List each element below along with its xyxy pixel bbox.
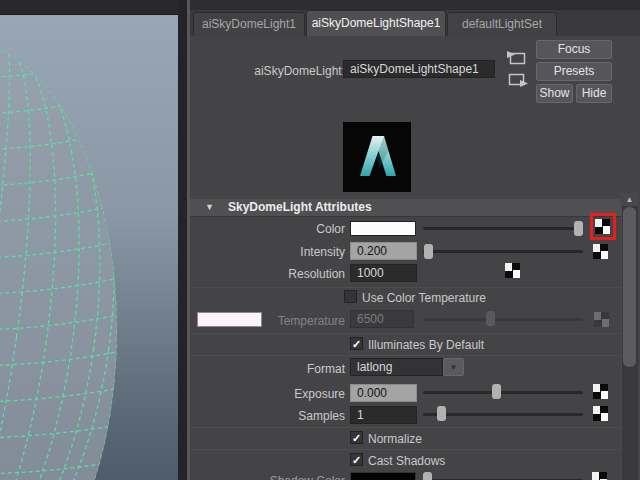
intensity-texture-map-button[interactable] [593, 244, 608, 259]
shadow-color-swatch[interactable] [350, 472, 416, 480]
panel-splitter[interactable] [178, 0, 190, 480]
resolution-label: Resolution [195, 267, 345, 281]
divider [190, 287, 622, 288]
temperature-label: Temperature [195, 314, 345, 328]
section-title: SkyDomeLight Attributes [228, 200, 372, 214]
exposure-texture-map-button[interactable] [593, 384, 608, 399]
copy-tab-button[interactable] [506, 71, 528, 90]
tab-defaultlightset[interactable]: defaultLightSet [447, 12, 557, 36]
samples-input[interactable]: 1 [350, 406, 417, 424]
presets-button[interactable]: Presets [536, 62, 612, 81]
divider [190, 333, 622, 334]
arnold-logo-icon [343, 122, 411, 192]
viewport-top-bar [0, 0, 178, 15]
color-slider-handle[interactable] [574, 221, 583, 236]
temperature-slider [423, 318, 583, 321]
tab-aiskydomelight1[interactable]: aiSkyDomeLight1 [193, 12, 305, 36]
chevron-down-icon: ▼ [450, 363, 458, 372]
exposure-input[interactable]: 0.000 [350, 384, 417, 402]
collapse-triangle-icon[interactable]: ▼ [205, 202, 214, 212]
resolution-input[interactable]: 1000 [350, 264, 417, 282]
section-skydomelight-attributes[interactable]: ▼ SkyDomeLight Attributes [190, 199, 622, 217]
shadow-color-label: Shadow Color [195, 474, 345, 480]
color-swatch[interactable] [350, 221, 416, 236]
annotation-highlight-rectangle [590, 213, 616, 240]
hide-button[interactable]: Hide [576, 84, 612, 103]
temperature-texture-map-button [594, 312, 609, 327]
show-button[interactable]: Show [536, 84, 573, 103]
divider [190, 355, 622, 356]
intensity-input[interactable]: 0.200 [350, 242, 417, 260]
illuminates-by-default-checkbox[interactable]: ✓ [350, 337, 363, 350]
format-label: Format [195, 362, 345, 376]
divider [190, 427, 622, 428]
use-color-temperature-checkbox[interactable] [344, 290, 357, 303]
node-name-input[interactable]: aiSkyDomeLightShape1 [343, 60, 495, 78]
temperature-input: 6500 [350, 310, 414, 328]
node-type-label: aiSkyDomeLight: [195, 64, 345, 78]
intensity-slider-handle[interactable] [424, 244, 433, 259]
shadow-color-slider-handle[interactable] [423, 472, 432, 480]
cast-shadows-checkbox[interactable]: ✓ [350, 453, 363, 466]
exposure-slider[interactable] [423, 391, 583, 394]
format-dropdown-value[interactable]: latlong [350, 358, 443, 376]
samples-slider[interactable] [423, 413, 583, 416]
intensity-slider[interactable] [423, 250, 583, 253]
color-slider[interactable] [423, 227, 583, 230]
divider [190, 449, 622, 450]
samples-texture-map-button[interactable] [593, 406, 608, 421]
node-preview-swatch[interactable] [343, 122, 411, 192]
normalize-checkbox[interactable]: ✓ [350, 431, 363, 444]
viewport-panel[interactable] [0, 0, 178, 480]
focus-button[interactable]: Focus [536, 40, 612, 59]
skydome-wireframe-sphere[interactable] [0, 15, 178, 480]
intensity-label: Intensity [195, 245, 345, 259]
temperature-slider-handle [486, 311, 495, 326]
use-color-temperature-label: Use Color Temperature [362, 291, 486, 305]
normalize-label: Normalize [368, 432, 422, 446]
arrow-into-box-icon [506, 49, 528, 68]
panel-top-strip [190, 0, 640, 10]
format-dropdown-button[interactable]: ▼ [443, 358, 464, 376]
illuminates-by-default-label: Illuminates By Default [368, 338, 484, 352]
arrow-out-of-box-icon [506, 71, 528, 90]
shadow-color-texture-map-button[interactable] [592, 472, 607, 480]
scrollbar-thumb[interactable] [623, 207, 636, 367]
exposure-label: Exposure [195, 387, 345, 401]
scroll-up-arrow-icon: ▲ [626, 195, 634, 204]
maya-attribute-editor: aiSkyDomeLight1 aiSkyDomeLightShape1 def… [0, 0, 640, 480]
samples-label: Samples [195, 409, 345, 423]
exposure-slider-handle[interactable] [492, 384, 501, 399]
samples-slider-handle[interactable] [437, 406, 446, 421]
load-attributes-button[interactable] [506, 49, 528, 68]
scroll-up-button[interactable]: ▲ [621, 193, 638, 206]
resolution-texture-map-button[interactable] [505, 263, 520, 278]
color-label: Color [195, 222, 345, 236]
tab-aiskydomelightshape1[interactable]: aiSkyDomeLightShape1 [306, 10, 446, 36]
cast-shadows-label: Cast Shadows [368, 454, 445, 468]
